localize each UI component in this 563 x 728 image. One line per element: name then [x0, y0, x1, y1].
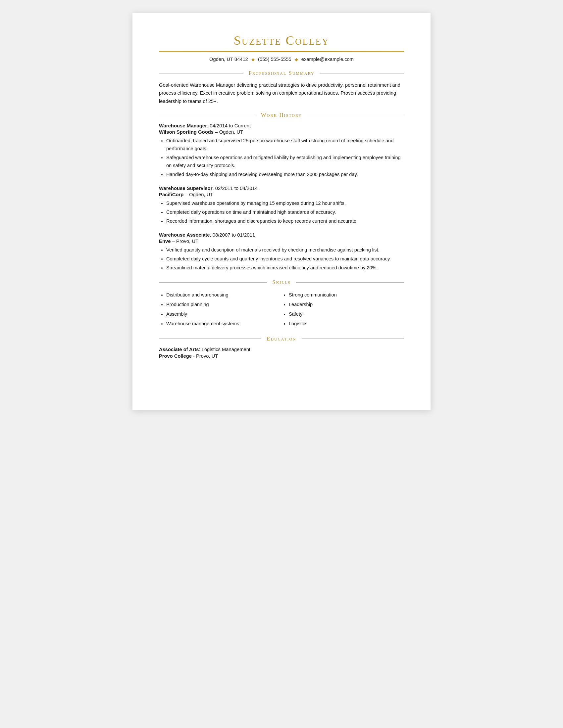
- summary-title: Professional Summary: [243, 70, 320, 76]
- company-location-3: – Provo, UT: [171, 239, 199, 244]
- edu-degree: Associate of Arts: [159, 347, 199, 352]
- skill-item-7: Safety: [289, 309, 404, 319]
- skills-line-left: [159, 282, 267, 283]
- skills-col-left: Distribution and warehousing Production …: [159, 290, 282, 329]
- skills-line-right: [296, 282, 404, 283]
- skill-item-3: Assembly: [166, 309, 282, 319]
- contact-phone: (555) 555-5555: [258, 57, 292, 62]
- job-bullet-2-3: Recorded information, shortages and disc…: [166, 217, 404, 225]
- separator-1: ◆: [251, 57, 255, 62]
- job-block-3: Warehouse Associate, 08/2007 to 01/2011 …: [159, 232, 404, 272]
- contact-info: Ogden, UT 84412 ◆ (555) 555-5555 ◆ examp…: [159, 57, 404, 62]
- job-bullets-2: Supervised warehouse operations by manag…: [166, 199, 404, 225]
- job-bullet-2-2: Completed daily operations on time and m…: [166, 208, 404, 216]
- header-divider: [159, 51, 404, 52]
- contact-city: Ogden, UT 84412: [209, 57, 248, 62]
- job-bullet-3-1: Verified quantity and description of mat…: [166, 246, 404, 254]
- skill-item-8: Logistics: [289, 319, 404, 329]
- job-bullet-3-2: Completed daily cycle counts and quarter…: [166, 255, 404, 263]
- job-bullet-1-2: Safeguarded warehouse operations and mit…: [166, 154, 404, 169]
- education-section-header: Education: [159, 336, 404, 342]
- edu-line-left: [159, 339, 261, 339]
- job-dates-1: , 04/2014 to Current: [207, 123, 251, 128]
- edu-location: - Provo, UT: [192, 353, 218, 359]
- job-bullet-1-3: Handled day-to-day shipping and receivin…: [166, 170, 404, 178]
- resume-page: Suzette Colley Ogden, UT 84412 ◆ (555) 5…: [132, 13, 431, 410]
- work-history-title: Work History: [256, 112, 307, 118]
- summary-line-right: [320, 73, 404, 73]
- candidate-name: Suzette Colley: [159, 33, 404, 48]
- skill-item-1: Distribution and warehousing: [166, 290, 282, 300]
- skill-item-4: Warehouse management systems: [166, 319, 282, 329]
- education-title: Education: [261, 336, 302, 342]
- skill-item-5: Strong communication: [289, 290, 404, 300]
- work-history-section-header: Work History: [159, 112, 404, 118]
- job-dates-3: , 08/2007 to 01/2011: [210, 232, 255, 238]
- job-block-2: Warehouse Supervisor, 02/2011 to 04/2014…: [159, 186, 404, 225]
- job-title-3: Warehouse Associate: [159, 232, 210, 238]
- skills-list-left: Distribution and warehousing Production …: [166, 290, 282, 329]
- company-location-2: – Ogden, UT: [183, 192, 213, 197]
- company-line-2: PacifiCorp – Ogden, UT: [159, 192, 404, 197]
- job-dates-2: , 02/2011 to 04/2014: [212, 186, 257, 191]
- summary-text: Goal-oriented Warehouse Manager deliveri…: [159, 81, 404, 105]
- job-bullet-1-1: Onboarded, trained and supervised 25-per…: [166, 137, 404, 153]
- job-bullets-1: Onboarded, trained and supervised 25-per…: [166, 137, 404, 178]
- job-title-line-3: Warehouse Associate, 08/2007 to 01/2011: [159, 232, 404, 238]
- work-line-left: [159, 115, 256, 115]
- skills-col-right: Strong communication Leadership Safety L…: [282, 290, 404, 329]
- summary-line-left: [159, 73, 243, 73]
- edu-field: : Logistics Management: [199, 347, 250, 352]
- skills-container: Distribution and warehousing Production …: [159, 290, 404, 329]
- header: Suzette Colley: [159, 33, 404, 48]
- job-title-1: Warehouse Manager: [159, 123, 207, 128]
- job-bullet-2-1: Supervised warehouse operations by manag…: [166, 199, 404, 207]
- edu-line-right: [302, 339, 404, 339]
- job-title-line-2: Warehouse Supervisor, 02/2011 to 04/2014: [159, 186, 404, 191]
- job-title-2: Warehouse Supervisor: [159, 186, 212, 191]
- skills-list-right: Strong communication Leadership Safety L…: [289, 290, 404, 329]
- edu-degree-line: Associate of Arts: Logistics Management: [159, 347, 404, 352]
- company-location-1: – Ogden, UT: [213, 129, 243, 135]
- education-block: Associate of Arts: Logistics Management …: [159, 347, 404, 359]
- summary-section-header: Professional Summary: [159, 70, 404, 76]
- job-bullet-3-3: Streamlined material delivery processes …: [166, 264, 404, 272]
- skill-item-6: Leadership: [289, 300, 404, 309]
- edu-school-line: Provo College - Provo, UT: [159, 353, 404, 359]
- separator-2: ◆: [295, 57, 298, 62]
- skills-section-header: Skills: [159, 279, 404, 286]
- job-bullets-3: Verified quantity and description of mat…: [166, 246, 404, 272]
- work-line-right: [307, 115, 404, 115]
- job-title-line-1: Warehouse Manager, 04/2014 to Current: [159, 123, 404, 128]
- job-block-1: Warehouse Manager, 04/2014 to Current Wi…: [159, 123, 404, 178]
- contact-email: example@example.com: [302, 57, 354, 62]
- skills-title: Skills: [267, 279, 296, 286]
- company-line-1: Wilson Sporting Goods – Ogden, UT: [159, 129, 404, 135]
- skill-item-2: Production planning: [166, 300, 282, 309]
- company-line-3: Enve – Provo, UT: [159, 239, 404, 244]
